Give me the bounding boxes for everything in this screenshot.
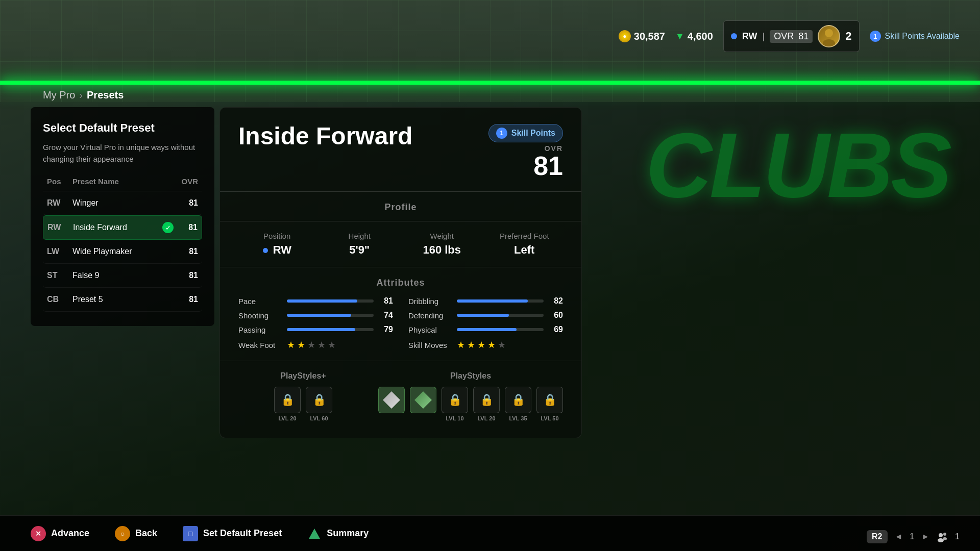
ps-plus-box-1: 🔒	[274, 387, 301, 413]
ps-box-active-2	[410, 387, 436, 413]
dribbling-value: 82	[549, 296, 563, 306]
ps-box-locked-3: 🔒	[505, 387, 531, 413]
pace-label: Pace	[238, 297, 282, 306]
pace-bar-fill	[287, 299, 357, 303]
col-ovr: OVR	[167, 177, 198, 186]
preset-item-preset5[interactable]: CB Preset 5 81	[43, 288, 202, 312]
foot-label: Preferred Foot	[486, 232, 564, 240]
players-icon	[937, 531, 948, 542]
defending-value: 60	[549, 311, 563, 320]
ovr-block: OVR 81	[533, 144, 563, 179]
page-right-icon: ►	[921, 532, 929, 541]
pace-value: 81	[379, 296, 393, 306]
player-dot-icon	[731, 33, 737, 39]
preset-ovr: 81	[167, 247, 198, 256]
card-header-right: 1 Skill Points OVR 81	[488, 124, 563, 179]
o-button-icon: ○	[115, 526, 130, 541]
arrow-down-icon: ▼	[675, 31, 684, 42]
preset-check-icon: ✓	[162, 222, 174, 233]
header-divider	[220, 191, 581, 192]
left-panel: Select Default Preset Grow your Virtual …	[31, 107, 214, 326]
ps-icon-active-1	[378, 387, 405, 421]
preset-list: RW Winger 81 RW Inside Forward ✓ 81 LW W…	[43, 191, 202, 312]
separator: |	[763, 31, 765, 42]
x-button-icon: ✕	[31, 526, 46, 541]
star-sm-3: ★	[477, 339, 485, 350]
playstyles-divider	[220, 361, 581, 361]
preset-ovr: 81	[167, 271, 198, 280]
main-card: Inside Forward 1 Skill Points OVR 81 Pro…	[219, 107, 582, 438]
breadcrumb: My Pro › Presets	[43, 89, 124, 101]
preset-ovr: 81	[167, 198, 198, 208]
ps-box-locked-4: 🔒	[536, 387, 563, 413]
set-default-label: Set Default Preset	[203, 528, 282, 539]
ovr-value: 81	[533, 153, 563, 179]
height-label: Height	[321, 232, 399, 240]
dribbling-label: Dribbling	[408, 297, 452, 306]
svg-marker-2	[309, 529, 320, 539]
star-sm-5: ★	[498, 339, 506, 350]
star-sm-1: ★	[457, 339, 465, 350]
nav-back[interactable]: ○ Back	[115, 526, 157, 541]
skill-points-label: Skill Points Available	[885, 32, 960, 41]
ps-icon-locked-2: 🔒 LVL 20	[473, 387, 500, 421]
passing-bar	[287, 328, 374, 331]
attr-skillmoves: Skill Moves ★ ★ ★ ★ ★	[408, 339, 563, 350]
attr-defending: Defending 60	[408, 311, 563, 320]
attr-pace: Pace 81	[238, 296, 393, 306]
nav-summary[interactable]: Summary	[307, 527, 369, 541]
ps-lvl-2: LVL 20	[477, 415, 495, 421]
currency-2-value: 4,600	[688, 31, 713, 42]
defending-bar	[457, 314, 544, 317]
lock-icon-5: 🔒	[511, 393, 525, 407]
nav-advance[interactable]: ✕ Advance	[31, 526, 89, 541]
breadcrumb-parent[interactable]: My Pro	[43, 89, 75, 101]
ps-plus-box-2: 🔒	[306, 387, 332, 413]
weakfoot-label: Weak Foot	[238, 341, 282, 349]
currency-1-value: 30,587	[634, 31, 665, 42]
dribbling-bar	[457, 299, 544, 303]
attributes-grid: Pace 81 Shooting 74 Passing 79	[238, 296, 563, 350]
position-label: Position	[238, 232, 316, 240]
height-value: 5'9"	[321, 243, 399, 257]
summary-label: Summary	[327, 528, 369, 539]
preset-item-winger[interactable]: RW Winger 81	[43, 191, 202, 215]
playstyles-grid: PlayStyles+ 🔒 LVL 20 🔒 LVL 60 PlayStyle	[238, 371, 563, 421]
preset-name: Inside Forward	[73, 223, 167, 232]
star-5: ★	[328, 339, 336, 350]
preset-item-false9[interactable]: ST False 9 81	[43, 264, 202, 288]
physical-bar	[457, 328, 544, 331]
weight-value: 160 lbs	[403, 243, 481, 257]
foot-value: Left	[486, 243, 564, 257]
attrs-divider	[220, 267, 581, 267]
profile-grid: Position RW Height 5'9" Weight 160 lbs P…	[238, 232, 563, 257]
svg-point-5	[943, 533, 946, 536]
preset-table-header: Pos Preset Name OVR	[43, 177, 202, 191]
attr-shooting: Shooting 74	[238, 311, 393, 320]
preset-item-inside-forward[interactable]: RW Inside Forward ✓ 81	[43, 215, 202, 240]
star-3: ★	[307, 339, 315, 350]
ps-lvl-1: LVL 10	[446, 415, 463, 421]
preset-ovr: 81	[167, 295, 198, 304]
preset-name: Wide Playmaker	[72, 247, 167, 256]
position-dot-icon	[263, 248, 268, 253]
shooting-bar	[287, 314, 374, 317]
defending-bar-fill	[457, 314, 509, 317]
attrs-right: Dribbling 82 Defending 60 Physical 69	[408, 296, 563, 350]
profile-position: Position RW	[238, 232, 316, 257]
currency-2: ▼ 4,600	[675, 31, 713, 42]
nav-set-default[interactable]: □ Set Default Preset	[183, 526, 282, 541]
diamond-green-icon	[414, 391, 432, 409]
skillmoves-label: Skill Moves	[408, 341, 452, 349]
preset-item-wide-playmaker[interactable]: LW Wide Playmaker 81	[43, 240, 202, 264]
lock-icon-2: 🔒	[312, 393, 326, 407]
ps-plus-lvl-2: LVL 60	[310, 415, 328, 421]
card-title: Inside Forward	[238, 124, 412, 148]
profile-section-title: Profile	[238, 202, 563, 213]
left-panel-desc: Grow your Virtual Pro in unique ways wit…	[43, 142, 202, 165]
preset-pos: RW	[47, 223, 73, 232]
ps-box-locked-2: 🔒	[473, 387, 500, 413]
playstyles-plus-section: PlayStyles+ 🔒 LVL 20 🔒 LVL 60	[238, 371, 368, 421]
ps-lvl-3: LVL 35	[509, 415, 527, 421]
bottom-nav: ✕ Advance ○ Back □ Set Default Preset Su…	[0, 515, 980, 551]
